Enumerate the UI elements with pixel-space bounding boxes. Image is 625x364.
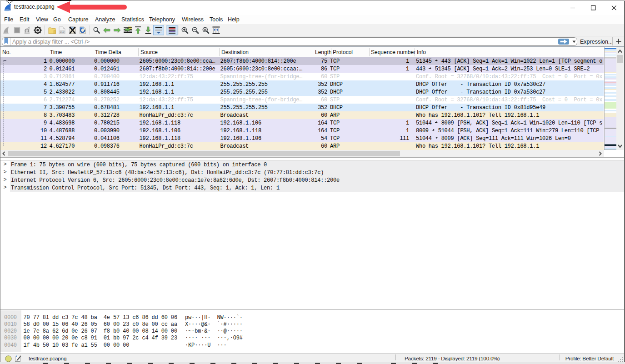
svg-text:010: 010 [60,30,65,34]
